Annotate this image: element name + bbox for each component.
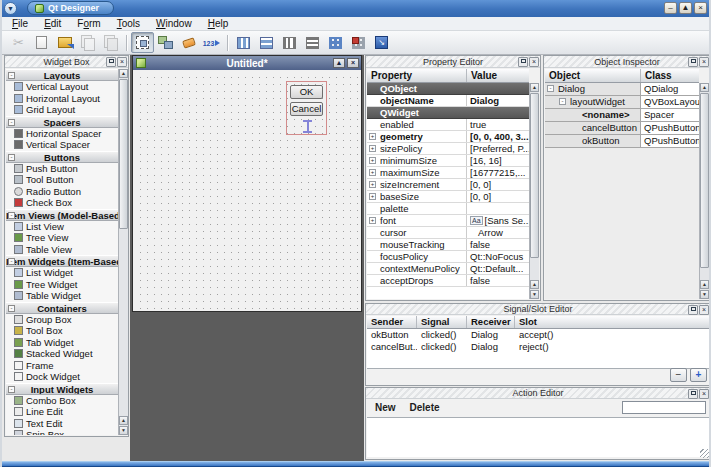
remove-connection-button[interactable]: −	[670, 368, 687, 382]
action-list[interactable]	[367, 417, 709, 457]
property-section-qwidget[interactable]: QWidget	[367, 107, 529, 119]
widget-item-tool-box[interactable]: Tool Box	[6, 325, 118, 337]
property-value[interactable]	[467, 203, 529, 214]
close-icon[interactable]: ×	[699, 305, 709, 315]
widget-item-table-widget[interactable]: Table Widget	[6, 290, 118, 302]
collapse-icon[interactable]: -	[559, 98, 566, 105]
ok-button[interactable]: OK	[290, 85, 323, 99]
delete-action-button[interactable]: Delete	[410, 402, 440, 413]
property-row-sizePolicy[interactable]: +sizePolicy[Preferred, P...	[367, 143, 529, 155]
property-value[interactable]: [16, 16]	[467, 155, 529, 166]
property-row-acceptDrops[interactable]: acceptDropsfalse	[367, 275, 529, 287]
scroll-up-icon[interactable]: ▲	[119, 69, 128, 78]
inspector-row-noname[interactable]: <noname>Spacer	[545, 109, 699, 122]
collapse-icon[interactable]: -	[8, 212, 15, 219]
widget-item-tree-view[interactable]: Tree View	[6, 232, 118, 244]
widget-item-check-box[interactable]: Check Box	[6, 197, 118, 209]
float-icon[interactable]	[518, 57, 528, 67]
layout-horizontal-button[interactable]	[232, 32, 255, 53]
copy-button[interactable]	[76, 32, 99, 53]
section-layouts[interactable]: -Layouts	[6, 69, 118, 81]
property-value[interactable]: [Preferred, P...	[467, 143, 529, 154]
section-containers[interactable]: -Containers	[6, 302, 118, 314]
float-icon[interactable]	[106, 57, 116, 67]
menu-tools[interactable]: Tools	[109, 17, 148, 31]
layout-vertical-button[interactable]	[255, 32, 278, 53]
resize-grip-icon[interactable]	[700, 449, 709, 458]
widget-item-tree-widget[interactable]: Tree Widget	[6, 279, 118, 291]
expand-icon[interactable]: +	[369, 157, 376, 164]
collapse-icon[interactable]: -	[8, 386, 15, 393]
widget-item-vertical-layout[interactable]: Vertical Layout	[6, 81, 118, 93]
maximize-icon[interactable]: ▲	[679, 2, 692, 14]
property-row-contextMenuPolicy[interactable]: contextMenuPolicyQt::Default...	[367, 263, 529, 275]
column-slot[interactable]: Slot	[515, 316, 709, 328]
property-value[interactable]: [0, 0, 400, 3...	[467, 131, 529, 142]
expand-icon[interactable]: +	[369, 145, 376, 152]
widget-item-horizontal-spacer[interactable]: Horizontal Spacer	[6, 128, 118, 140]
adjust-size-button[interactable]	[370, 32, 393, 53]
property-row-maximumSize[interactable]: +maximumSize[16777215,...	[367, 167, 529, 179]
scroll-up-icon[interactable]: ▲	[530, 280, 539, 289]
minimize-icon[interactable]: –	[664, 2, 677, 14]
collapse-icon[interactable]: -	[8, 305, 15, 312]
expand-icon[interactable]: +	[369, 217, 376, 224]
expand-icon[interactable]: +	[369, 169, 376, 176]
collapse-icon[interactable]: -	[8, 258, 15, 265]
signal-row-0[interactable]: okButtonclicked()Dialogaccept()	[367, 329, 709, 341]
property-row-cursor[interactable]: cursorArrow	[367, 227, 529, 239]
form-close-icon[interactable]: ×	[347, 58, 359, 68]
close-icon[interactable]: ×	[117, 57, 127, 67]
titlebar-tab[interactable]: Qt Designer	[27, 1, 114, 15]
property-row-focusPolicy[interactable]: focusPolicyQt::NoFocus	[367, 251, 529, 263]
inspector-row-Dialog[interactable]: -DialogQDialog	[545, 83, 699, 96]
widget-item-horizontal-layout[interactable]: Horizontal Layout	[6, 93, 118, 105]
inspector-row-cancelButton[interactable]: cancelButtonQPushButton	[545, 122, 699, 135]
selected-layout-outline[interactable]: OK Cancel	[286, 81, 327, 135]
form-window[interactable]: Untitled* ▲ × OK Cancel	[132, 55, 362, 312]
widget-item-text-edit[interactable]: Text Edit	[6, 418, 118, 430]
layout-grid-button[interactable]	[324, 32, 347, 53]
widget-item-spin-box[interactable]: Spin Box	[6, 429, 118, 435]
property-row-mouseTracking[interactable]: mouseTrackingfalse	[367, 239, 529, 251]
inspector-row-okButton[interactable]: okButtonQPushButton	[545, 135, 699, 148]
collapse-icon[interactable]: -	[8, 154, 15, 161]
float-icon[interactable]	[688, 389, 698, 399]
vertical-spacer-item[interactable]	[303, 120, 312, 133]
collapse-icon[interactable]: -	[8, 119, 15, 126]
widget-item-combo-box[interactable]: Combo Box	[6, 395, 118, 407]
property-row-font[interactable]: +fontAa[Sans Se...	[367, 215, 529, 227]
property-value[interactable]: [0, 0]	[467, 191, 529, 202]
property-value[interactable]: Arrow	[467, 227, 529, 238]
form-canvas[interactable]: OK Cancel	[134, 71, 360, 310]
column-property[interactable]: Property	[367, 69, 467, 82]
open-form-button[interactable]	[53, 32, 76, 53]
window-titlebar[interactable]: ▼ Qt Designer – ▲ ×	[0, 0, 711, 17]
expand-icon[interactable]: +	[369, 133, 376, 140]
layout-horizontal-splitter-button[interactable]	[278, 32, 301, 53]
widget-item-line-edit[interactable]: Line Edit	[6, 406, 118, 418]
widget-item-stacked-widget[interactable]: Stacked Widget	[6, 348, 118, 360]
property-value[interactable]: false	[467, 275, 529, 286]
float-icon[interactable]	[688, 57, 698, 67]
inspector-row-layoutWidget[interactable]: -layoutWidgetQVBoxLayout	[545, 96, 699, 109]
property-row-palette[interactable]: palette	[367, 203, 529, 215]
scroll-down-icon[interactable]: ▼	[119, 426, 128, 435]
expand-icon[interactable]: +	[369, 181, 376, 188]
property-value[interactable]: [16777215,...	[467, 167, 529, 178]
widget-item-push-button[interactable]: Push Button	[6, 163, 118, 175]
widget-item-table-view[interactable]: Table View	[6, 244, 118, 256]
property-editor-titlebar[interactable]: Property Editor ×	[366, 56, 540, 68]
form-titlebar[interactable]: Untitled* ▲ ×	[133, 56, 361, 70]
close-icon[interactable]: ×	[699, 57, 709, 67]
edit-buddies-button[interactable]	[177, 32, 200, 53]
add-connection-button[interactable]: +	[690, 368, 707, 382]
object-inspector-titlebar[interactable]: Object Inspector ×	[544, 56, 710, 68]
column-signal[interactable]: Signal	[417, 316, 467, 328]
property-value[interactable]: Aa[Sans Se...	[467, 215, 529, 226]
property-row-geometry[interactable]: +geometry[0, 0, 400, 3...	[367, 131, 529, 143]
scrollbar-thumb[interactable]	[530, 93, 539, 258]
window-menu-icon[interactable]: ▼	[4, 2, 17, 15]
action-editor-titlebar[interactable]: Action Editor ×	[366, 388, 710, 399]
scroll-up-icon[interactable]: ▲	[700, 83, 709, 92]
